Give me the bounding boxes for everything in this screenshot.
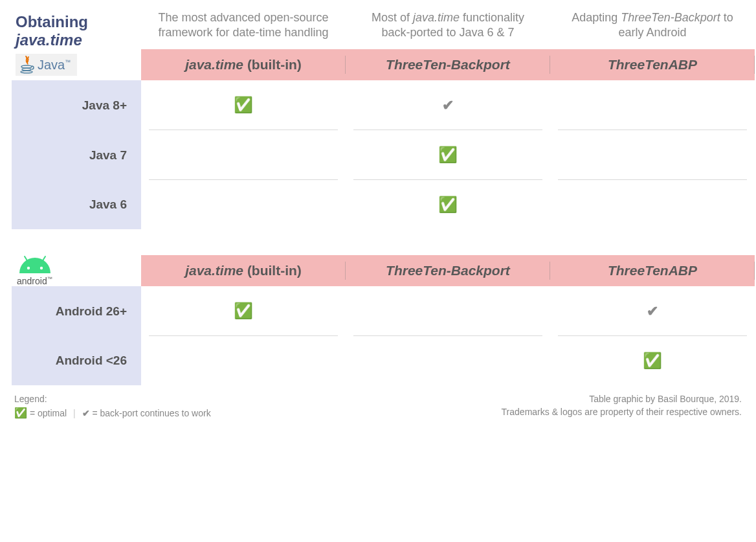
cell-android-lt26-col1 (149, 336, 338, 385)
header-plain: (built-in) (243, 263, 302, 278)
legend-backport-icon: ✔ (82, 408, 90, 418)
comparison-table: Obtaining java.time The most advanced op… (12, 10, 744, 385)
cell-android26-col3: ✔ (558, 286, 747, 336)
column-3-header-android: ThreeTenABP (550, 255, 755, 286)
row-label-android26: Android 26+ (12, 286, 141, 336)
java-logo-label: Java (38, 58, 65, 72)
check-icon: ✔ (647, 303, 658, 319)
check-icon: ✅ (643, 352, 662, 369)
title-line-2: java.time (16, 31, 141, 49)
column-1-description: The most advanced open-source framework … (141, 10, 346, 49)
trademark-symbol: ™ (47, 276, 52, 282)
column-3-header: ThreeTenABP (550, 49, 755, 80)
check-icon: ✔ (442, 97, 454, 113)
section-divider (346, 229, 550, 255)
cell-android-lt26-col3: ✅ (558, 336, 747, 385)
cell-java7-col2: ✅ (353, 130, 542, 180)
legend-optimal-icon: ✅ (14, 407, 27, 418)
column-2-description: Most of java.time functionality back-por… (346, 10, 550, 49)
legend: Legend: ✅ = optimal | ✔ = back-port cont… (14, 393, 211, 420)
column-2-header: ThreeTen-Backport (346, 49, 550, 80)
desc-italic: java.time (413, 11, 460, 24)
header-italic: ThreeTen-Backport (386, 57, 510, 72)
cell-java6-col3 (558, 180, 747, 229)
section-divider (141, 229, 346, 255)
cell-android26-col2 (353, 286, 542, 336)
section-divider (550, 229, 755, 255)
cell-java8-col1: ✅ (149, 80, 338, 130)
trademark-symbol: ™ (65, 59, 71, 65)
svg-point-1 (22, 68, 31, 71)
java-cup-icon (19, 55, 35, 74)
check-icon: ✅ (438, 196, 458, 213)
column-1-header: java.time (built-in) (141, 49, 346, 80)
title-line-1: Obtaining (16, 13, 141, 31)
desc-text: Most of (372, 11, 413, 24)
svg-point-4 (40, 267, 43, 269)
cell-java7-col3 (558, 130, 747, 180)
header-italic: ThreeTenABP (608, 57, 697, 72)
svg-point-2 (21, 71, 32, 73)
row-label-java6: Java 6 (12, 180, 141, 229)
java-logo-text: Java™ (38, 58, 71, 73)
credits-line-1: Table graphic by Basil Bourque, 2019. (502, 393, 742, 406)
header-italic: ThreeTenABP (608, 263, 697, 278)
cell-android-lt26-col2 (353, 336, 542, 385)
svg-point-3 (27, 267, 30, 269)
column-3-description: Adapting ThreeTen-Backport to early Andr… (550, 10, 755, 49)
android-robot-icon (17, 255, 53, 275)
row-label-java8: Java 8+ (12, 80, 141, 130)
column-1-header-android: java.time (built-in) (141, 255, 346, 286)
android-logo-cell: android™ (12, 255, 141, 286)
java-logo: Java™ (16, 54, 77, 76)
header-italic: java.time (185, 57, 243, 72)
cell-java6-col2: ✅ (353, 180, 542, 229)
cell-java8-col2: ✔ (353, 80, 542, 130)
check-icon: ✅ (234, 96, 253, 113)
legend-backport-text: = back-port continues to work (90, 408, 211, 418)
android-logo-label: android (17, 276, 47, 286)
row-label-android-lt26: Android <26 (12, 336, 141, 385)
cell-java7-col1 (149, 130, 338, 180)
cell-android26-col1: ✅ (149, 286, 338, 336)
cell-java6-col1 (149, 180, 338, 229)
credits: Table graphic by Basil Bourque, 2019. Tr… (502, 393, 742, 420)
desc-text: Adapting (572, 11, 621, 24)
header-italic: java.time (185, 263, 243, 278)
page-title: Obtaining java.time (12, 10, 141, 49)
legend-separator: | (73, 408, 76, 418)
check-icon: ✅ (438, 146, 458, 163)
android-logo-text: android™ (17, 276, 52, 286)
check-icon: ✅ (234, 302, 253, 319)
header-plain: (built-in) (243, 57, 302, 72)
legend-optimal-text: = optimal (27, 408, 67, 418)
svg-point-0 (21, 65, 32, 68)
desc-italic: ThreeTen-Backport (621, 11, 720, 24)
legend-title: Legend: (14, 393, 211, 406)
legend-items: ✅ = optimal | ✔ = back-port continues to… (14, 406, 211, 420)
footer: Legend: ✅ = optimal | ✔ = back-port cont… (12, 393, 744, 420)
section-divider (12, 229, 141, 255)
cell-java8-col3 (558, 80, 747, 130)
java-logo-cell: Java™ (12, 49, 141, 80)
credits-line-2: Trademarks & logos are property of their… (502, 406, 742, 419)
header-italic: ThreeTen-Backport (386, 263, 510, 278)
column-2-header-android: ThreeTen-Backport (346, 255, 550, 286)
row-label-java7: Java 7 (12, 130, 141, 180)
